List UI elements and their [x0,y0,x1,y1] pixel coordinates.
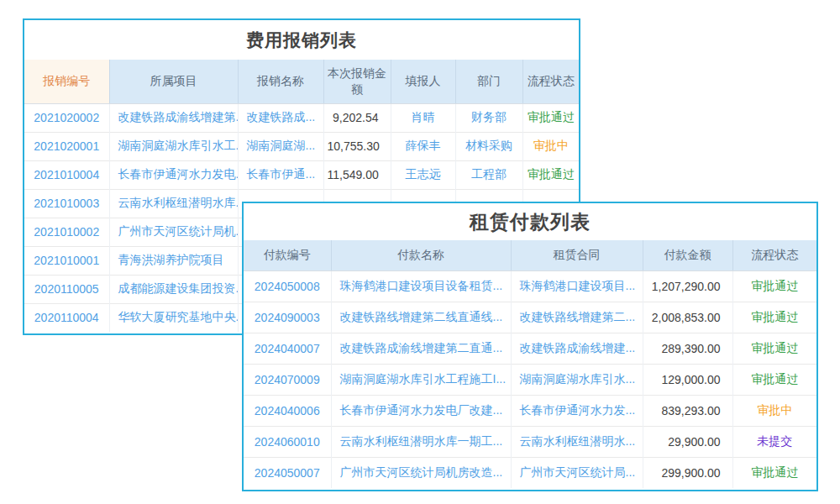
payment-table: 付款编号 付款名称 租赁合同 付款金额 流程状态 2024050008 珠海鹤港… [244,240,816,488]
table-row: 2021010004 长春市伊通河水力发电... 长春市伊通... 11,549… [24,160,579,189]
cell-reimbursement-name[interactable]: 湖南洞庭湖... [238,132,323,160]
cell-reimbursement-id[interactable]: 2020110005 [24,275,109,303]
cell-project[interactable]: 改建铁路成渝线增建第... [109,103,238,132]
cell-project[interactable]: 长春市伊通河水力发电... [109,160,238,189]
cell-lease-contract[interactable]: 广州市天河区统计局... [511,457,643,488]
col-header-payment-name[interactable]: 付款名称 [331,240,511,270]
cell-payment-amount: 1,207,290.00 [643,270,732,302]
cell-payment-id[interactable]: 2024050007 [244,457,331,488]
cell-department: 工程部 [455,160,522,189]
table-row: 2024090003 改建铁路线增建第二线直通线... 改建铁路线增建第二...… [244,302,816,333]
cell-reimbursement-name[interactable]: 改建铁路成... [238,103,323,132]
cell-project[interactable]: 湖南洞庭湖水库引水工... [109,132,238,160]
cell-lease-contract[interactable]: 改建铁路成渝线增建... [511,333,643,364]
cell-project[interactable]: 华软大厦研究基地中央... [109,303,238,332]
cell-payment-id[interactable]: 2024070009 [244,364,331,395]
payment-header-row: 付款编号 付款名称 租赁合同 付款金额 流程状态 [244,240,816,270]
col-header-status[interactable]: 流程状态 [732,240,816,270]
cell-status: 审批中 [522,132,579,160]
cell-reimbursement-id[interactable]: 2021010004 [24,160,109,189]
cell-payment-name[interactable]: 改建铁路成渝线增建第二直通... [331,333,511,364]
table-row: 2024040006 长春市伊通河水力发电厂改建... 长春市伊通河水力发...… [244,395,816,426]
cell-reimbursement-id[interactable]: 2020110004 [24,303,109,332]
col-header-reimbursement-id[interactable]: 报销编号 [24,60,109,103]
table-row: 2024050007 广州市天河区统计局机房改造... 广州市天河区统计局...… [244,457,816,488]
cell-amount: 10,755.30 [323,132,391,160]
col-header-reporter[interactable]: 填报人 [391,60,455,103]
cell-reimbursement-name[interactable]: 长春市伊通... [238,160,323,189]
cell-project[interactable]: 广州市天河区统计局机... [109,218,238,246]
cell-payment-name[interactable]: 云南水利枢纽潜明水库一期工... [331,426,511,457]
table-row: 2024040007 改建铁路成渝线增建第二直通... 改建铁路成渝线增建...… [244,333,816,364]
lease-payment-table-card: 租赁付款列表 付款编号 付款名称 租赁合同 付款金额 流程状态 20240500… [242,202,818,491]
cell-reimbursement-id[interactable]: 2021010003 [24,189,109,218]
cell-reimbursement-id[interactable]: 2021010002 [24,218,109,246]
cell-status: 审批通过 [522,103,579,132]
cell-payment-id[interactable]: 2024040006 [244,395,331,426]
cell-payment-amount: 129,000.00 [643,364,732,395]
col-header-payment-id[interactable]: 付款编号 [244,240,331,270]
cell-payment-amount: 2,008,853.00 [643,302,732,333]
table-row: 2021020001 湖南洞庭湖水库引水工... 湖南洞庭湖... 10,755… [24,132,579,160]
cell-lease-contract[interactable]: 湖南洞庭湖水库引水... [511,364,643,395]
expense-table-title: 费用报销列表 [24,20,579,60]
col-header-project[interactable]: 所属项目 [109,60,238,103]
cell-reporter: 肖晴 [391,103,455,132]
cell-lease-contract[interactable]: 改建铁路线增建第二... [511,302,643,333]
cell-payment-amount: 29,900.00 [643,426,732,457]
cell-payment-name[interactable]: 珠海鹤港口建设项目设备租赁... [331,270,511,302]
col-header-status[interactable]: 流程状态 [522,60,579,103]
table-row: 2024050008 珠海鹤港口建设项目设备租赁... 珠海鹤港口建设项目...… [244,270,816,302]
expense-header-row: 报销编号 所属项目 报销名称 本次报销金额 填报人 部门 流程状态 [24,60,579,103]
cell-reimbursement-id[interactable]: 2021020002 [24,103,109,132]
table-row: 2024070009 湖南洞庭湖水库引水工程施工I... 湖南洞庭湖水库引水..… [244,364,816,395]
col-header-payment-amount[interactable]: 付款金额 [643,240,732,270]
cell-status: 审批通过 [732,364,816,395]
cell-payment-id[interactable]: 2024060010 [244,426,331,457]
cell-status: 未提交 [732,426,816,457]
cell-status: 审批通过 [522,160,579,189]
cell-reporter: 王志远 [391,160,455,189]
cell-status: 审批中 [732,395,816,426]
table-row: 2024060010 云南水利枢纽潜明水库一期工... 云南水利枢纽潜明水...… [244,426,816,457]
cell-status: 审批通过 [732,302,816,333]
cell-payment-amount: 289,390.00 [643,333,732,364]
col-header-amount[interactable]: 本次报销金额 [323,60,391,103]
cell-lease-contract[interactable]: 珠海鹤港口建设项目... [511,270,643,302]
cell-department: 财务部 [455,103,522,132]
cell-status: 审批通过 [732,457,816,488]
cell-amount: 11,549.00 [323,160,391,189]
cell-lease-contract[interactable]: 长春市伊通河水力发... [511,395,643,426]
cell-payment-id[interactable]: 2024090003 [244,302,331,333]
cell-payment-name[interactable]: 长春市伊通河水力发电厂改建... [331,395,511,426]
cell-payment-amount: 839,293.00 [643,395,732,426]
cell-reporter: 薛保丰 [391,132,455,160]
cell-payment-id[interactable]: 2024050008 [244,270,331,302]
cell-payment-name[interactable]: 改建铁路线增建第二线直通线... [331,302,511,333]
cell-status: 审批通过 [732,333,816,364]
col-header-reimbursement-name[interactable]: 报销名称 [238,60,323,103]
cell-project[interactable]: 云南水利枢纽潜明水库... [109,189,238,218]
cell-lease-contract[interactable]: 云南水利枢纽潜明水... [511,426,643,457]
cell-amount: 9,202.54 [323,103,391,132]
cell-department: 材料采购 [455,132,522,160]
cell-reimbursement-id[interactable]: 2021010001 [24,246,109,275]
col-header-lease-contract[interactable]: 租赁合同 [511,240,643,270]
col-header-department[interactable]: 部门 [455,60,522,103]
cell-project[interactable]: 青海洪湖养护院项目 [109,246,238,275]
cell-payment-name[interactable]: 广州市天河区统计局机房改造... [331,457,511,488]
cell-status: 审批通过 [732,270,816,302]
payment-table-title: 租赁付款列表 [244,203,816,240]
cell-payment-id[interactable]: 2024040007 [244,333,331,364]
table-row: 2021020002 改建铁路成渝线增建第... 改建铁路成... 9,202.… [24,103,579,132]
cell-payment-name[interactable]: 湖南洞庭湖水库引水工程施工I... [331,364,511,395]
cell-reimbursement-id[interactable]: 2021020001 [24,132,109,160]
cell-project[interactable]: 成都能源建设集团投资... [109,275,238,303]
cell-payment-amount: 299,900.00 [643,457,732,488]
